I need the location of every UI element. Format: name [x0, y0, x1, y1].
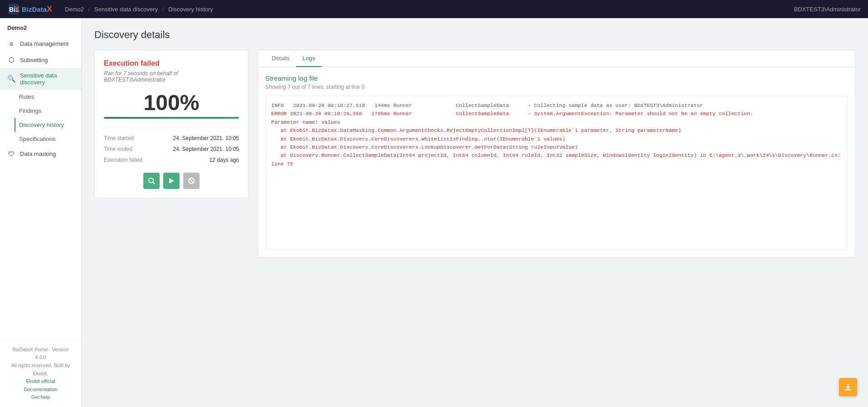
sidebar-subitem-findings-label: Findings	[19, 107, 41, 114]
breadcrumb-current: Discovery history	[168, 6, 213, 13]
sidebar-subitems: Rules Findings Discovery history Specifi…	[0, 90, 81, 146]
breadcrumb-demo2[interactable]: Demo2	[65, 6, 84, 13]
subsetting-icon: ⬡	[7, 56, 15, 64]
logo-x: X	[47, 5, 52, 14]
footer-link-ekobit[interactable]: Ekobit official	[7, 378, 74, 386]
svg-marker-5	[169, 178, 174, 184]
exec-user: BDXTEST3\Administrator	[104, 77, 166, 83]
tab-logs[interactable]: Logs	[296, 50, 322, 67]
svg-point-3	[149, 178, 153, 183]
sidebar-subitem-specifications[interactable]: Specifications	[15, 132, 81, 146]
topnav-left: Biz X BizDataX Demo2 / Sensitive data di…	[7, 3, 213, 15]
data-masking-icon: 🛡	[7, 150, 15, 158]
svg-line-7	[189, 179, 194, 183]
exec-progress-fill	[104, 117, 239, 119]
page-title: Discovery details	[94, 29, 855, 41]
sidebar-subitem-rules[interactable]: Rules	[15, 90, 81, 104]
sidebar-subitem-rules-label: Rules	[19, 93, 34, 100]
meta-label-0: Time started	[104, 135, 134, 141]
sidebar-subitem-discovery-history[interactable]: Discovery history	[15, 118, 81, 132]
topnav-user: BDXTEST3\Administrator	[794, 6, 861, 13]
tab-details-label: Details	[272, 55, 290, 62]
footer-link-help[interactable]: Get help	[7, 393, 74, 402]
exec-subtitle-text: Ran for 7 seconds on behalf of	[104, 70, 178, 77]
meta-label-2: Execution failed	[104, 157, 142, 163]
sidebar-item-sensitive[interactable]: 🔍 Sensitive data discovery	[0, 68, 81, 90]
breadcrumb: Demo2 / Sensitive data discovery / Disco…	[65, 6, 213, 13]
tab-details[interactable]: Details	[265, 50, 296, 67]
exec-meta: Time started 24. September 2021. 10:05 T…	[104, 127, 239, 165]
breadcrumb-sep-2: /	[162, 6, 164, 13]
sidebar-item-sensitive-label: Sensitive data discovery	[20, 72, 74, 86]
exec-actions	[104, 173, 239, 189]
exec-subtitle: Ran for 7 seconds on behalf of BDXTEST3\…	[104, 70, 239, 83]
tab-logs-label: Logs	[302, 55, 315, 62]
logs-panel: Details Logs Streaming log file Showing …	[258, 50, 855, 257]
sidebar-item-subsetting-label: Subsetting	[20, 57, 48, 63]
footer-link-docs[interactable]: Documentation	[7, 386, 74, 394]
topnav: Biz X BizDataX Demo2 / Sensitive data di…	[0, 0, 868, 18]
exec-status: Execution failed	[104, 59, 239, 68]
svg-line-4	[153, 182, 155, 184]
exec-meta-row-2: Execution failed 12 days ago	[104, 155, 239, 165]
logs-tabs: Details Logs	[258, 50, 855, 67]
data-management-icon: ≡	[7, 40, 15, 48]
search-button-icon	[148, 177, 155, 184]
search-action-button[interactable]	[143, 173, 160, 189]
logs-streaming-subtitle: Showing 7 out of 7 lines, starting at li…	[265, 84, 848, 90]
breadcrumb-sensitive[interactable]: Sensitive data discovery	[94, 6, 158, 13]
sidebar-subitem-specifications-label: Specifications	[19, 136, 55, 142]
download-button[interactable]	[839, 378, 857, 396]
meta-value-2: 12 days ago	[210, 157, 239, 163]
sidebar-footer: BizDataX Portal - Version 4.3.0 All righ…	[0, 340, 81, 407]
stop-button-icon	[188, 178, 195, 184]
logo-icon: Biz X	[7, 3, 20, 15]
meta-value-0: 24. September 2021. 10:05	[173, 135, 239, 141]
sidebar-item-subsetting[interactable]: ⬡ Subsetting	[0, 52, 81, 68]
sidebar-item-data-masking[interactable]: 🛡 Data masking	[0, 146, 81, 162]
download-icon	[844, 383, 852, 391]
sidebar-item-data-management[interactable]: ≡ Data management	[0, 36, 81, 52]
footer-version: BizDataX Portal - Version 4.3.0	[7, 346, 74, 362]
exec-progress-bar	[104, 117, 239, 119]
search-icon: 🔍	[7, 75, 15, 83]
play-action-button[interactable]	[163, 173, 180, 189]
main-layout: Demo2 ≡ Data management ⬡ Subsetting 🔍 S…	[0, 18, 868, 407]
breadcrumb-sep-1: /	[88, 6, 90, 13]
meta-label-1: Time ended	[104, 146, 132, 152]
svg-text:X: X	[15, 5, 20, 13]
logo: Biz X BizDataX	[7, 3, 52, 15]
footer-rights: All rights reserved. Built by Ekobit.	[7, 362, 74, 378]
exec-progress-num: 100%	[104, 90, 239, 115]
sidebar-item-data-management-label: Data management	[20, 40, 68, 47]
play-button-icon	[168, 178, 175, 184]
sidebar-subitem-findings[interactable]: Findings	[15, 104, 81, 118]
exec-meta-row-0: Time started 24. September 2021. 10:05	[104, 133, 239, 144]
logs-body: Streaming log file Showing 7 out of 7 li…	[258, 67, 855, 257]
logs-content[interactable]: INFO 2021-09-28 09:10:27,618 144ms Runne…	[265, 96, 848, 250]
stop-action-button[interactable]	[183, 173, 200, 189]
execution-card: Execution failed Ran for 7 seconds on be…	[94, 50, 249, 199]
sidebar: Demo2 ≡ Data management ⬡ Subsetting 🔍 S…	[0, 18, 82, 407]
meta-value-1: 24. September 2021. 10:05	[173, 146, 239, 152]
logo-text: BizDataX	[22, 5, 52, 14]
sidebar-item-data-masking-label: Data masking	[20, 150, 56, 157]
content: Discovery details Execution failed Ran f…	[82, 18, 868, 407]
sidebar-project: Demo2	[0, 18, 81, 36]
sidebar-subitem-discovery-history-label: Discovery history	[19, 121, 64, 128]
discovery-layout: Execution failed Ran for 7 seconds on be…	[94, 50, 855, 257]
exec-meta-row-1: Time ended 24. September 2021. 10:05	[104, 144, 239, 155]
logs-streaming-title: Streaming log file	[265, 74, 848, 82]
